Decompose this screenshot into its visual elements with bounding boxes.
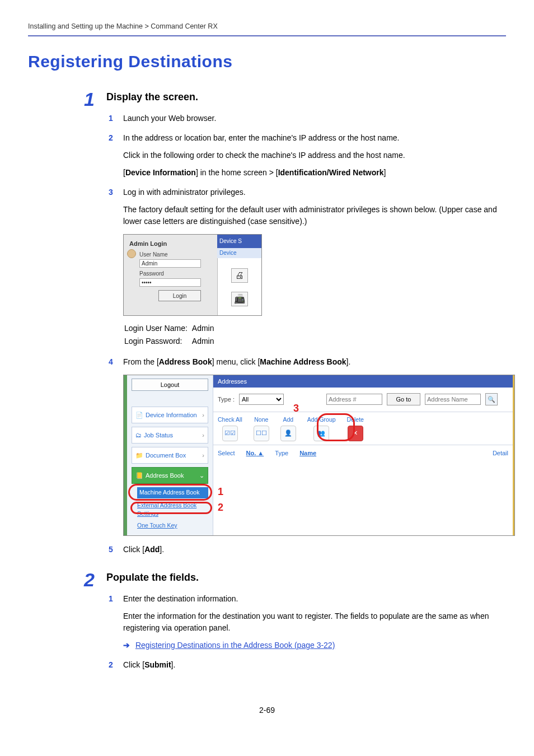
nav-document-box[interactable]: 📁 Document Box ›	[132, 447, 208, 464]
section-1-title: Display the screen.	[106, 90, 506, 105]
none-icon: ☐☐	[254, 426, 269, 441]
password-label: Password	[139, 269, 214, 278]
step-num: 2	[109, 132, 113, 144]
col-detail: Detail	[493, 449, 508, 458]
t: Click [	[123, 545, 144, 554]
cred-user-val: Admin	[192, 323, 218, 334]
cred-user-lbl: Login User Name:	[124, 323, 191, 334]
step-num: 3	[109, 186, 113, 198]
login-screenshot: Admin Login User Name Admin Password •••…	[123, 234, 262, 316]
credentials-table: Login User Name: Admin Login Password: A…	[123, 321, 219, 348]
step-1-3: 3 Log in with administrator privileges. …	[109, 186, 506, 348]
step-1-4: 4 From the [Address Book] menu, click [M…	[109, 356, 506, 536]
t: Add	[144, 545, 160, 554]
divider-top	[28, 35, 506, 36]
step-num: 5	[109, 544, 113, 556]
lbl: Check All	[218, 416, 242, 424]
user-icon	[127, 249, 136, 258]
admin-login-title: Admin Login	[127, 238, 214, 250]
right-band	[513, 375, 514, 535]
address-number-input[interactable]	[326, 394, 382, 405]
lbl: None	[254, 416, 269, 424]
step-1-1-text: Launch your Web browser.	[123, 114, 216, 123]
go-to-button[interactable]: Go to	[387, 393, 420, 405]
scanner-icon: 📠	[231, 292, 248, 306]
callout-num-1: 1	[218, 484, 223, 500]
t: From the [	[123, 357, 159, 366]
user-name-label: User Name	[139, 250, 214, 259]
chevron-right-icon: ›	[202, 431, 204, 440]
t: Device Information	[125, 168, 196, 177]
t: Click [	[123, 660, 144, 669]
t: ].	[160, 545, 164, 554]
nav-label: Document Box	[146, 451, 186, 460]
step-2-2: 2 Click [Submit].	[109, 659, 506, 671]
step-1-5: 5 Click [Add].	[109, 544, 506, 556]
chevron-down-icon: ⌄	[199, 471, 204, 480]
nav-address-book[interactable]: 📒 Address Book ⌄	[132, 467, 208, 484]
breadcrumb: Installing and Setting up the Machine > …	[28, 21, 506, 32]
step-2-1-sub: Enter the information for the destinatio…	[123, 610, 506, 634]
col-no[interactable]: No. ▲	[246, 449, 264, 458]
tool-none[interactable]: None ☐☐	[254, 416, 269, 441]
search-icon[interactable]: 🔍	[485, 393, 498, 405]
cred-pass-lbl: Login Password:	[124, 335, 191, 347]
step-1-5-text: Click [Add].	[123, 545, 164, 554]
t: ] menu, click [	[212, 357, 260, 366]
step-1-2: 2 In the address or location bar, enter …	[109, 132, 506, 179]
t: Address Book	[159, 357, 212, 366]
step-2-1: 1 Enter the destination information. Ent…	[109, 593, 506, 651]
password-field[interactable]: •••••	[139, 278, 201, 287]
cred-pass-val: Admin	[192, 335, 218, 347]
tool-check-all[interactable]: Check All ☑☑	[218, 416, 242, 441]
step-1-3-sub: The factory default setting for the defa…	[123, 204, 506, 227]
t: ]	[384, 168, 386, 177]
callout-ring-1	[128, 484, 212, 501]
page-number: 2-69	[28, 704, 506, 716]
col-type: Type	[275, 449, 288, 458]
toolbar: Check All ☑☑ None ☐☐ Add 👤	[213, 412, 513, 445]
login-button[interactable]: Login	[158, 290, 201, 301]
address-name-input[interactable]	[425, 394, 481, 405]
nav-job-status[interactable]: 🗂 Job Status ›	[132, 427, 208, 444]
section-2: 2 Populate the fields.	[106, 570, 506, 585]
step-2-1-ref: ➔ Registering Destinations in the Addres…	[123, 640, 506, 651]
step-num: 2	[109, 659, 113, 671]
add-icon: 👤	[280, 426, 296, 441]
nav-device-information[interactable]: 📄 Device Information ›	[132, 407, 208, 423]
step-num: 4	[109, 356, 113, 368]
reference-link[interactable]: Registering Destinations in the Address …	[135, 641, 335, 650]
lbl: Add	[280, 416, 296, 424]
main-panel: Addresses Type : All Go to 🔍	[213, 375, 513, 535]
step-1-3-text: Log in with administrator privileges.	[123, 188, 246, 197]
step-num: 1	[109, 593, 113, 605]
type-select[interactable]: All	[239, 394, 284, 405]
tool-add[interactable]: Add 👤	[280, 416, 296, 441]
user-name-field[interactable]: Admin	[139, 259, 201, 268]
callout-ring-2	[130, 502, 212, 514]
arrow-right-icon: ➔	[123, 641, 130, 650]
step-1-4-text: From the [Address Book] menu, click [Mac…	[123, 357, 350, 366]
chevron-right-icon: ›	[202, 410, 204, 420]
chevron-right-icon: ›	[202, 451, 204, 460]
step-2-2-text: Click [Submit].	[123, 660, 175, 669]
step-1-2-sub2: [Device Information] in the home screen …	[123, 167, 506, 179]
logout-button[interactable]: Logout	[132, 379, 208, 391]
sub-one-touch-key[interactable]: One Touch Key	[137, 521, 208, 530]
callout-num-3: 3	[293, 401, 299, 416]
col-name[interactable]: Name	[299, 449, 316, 458]
step-2-1-text: Enter the destination information.	[123, 594, 238, 603]
step-1-1: 1 Launch your Web browser.	[109, 113, 506, 124]
type-label: Type :	[218, 395, 235, 404]
filter-bar: Type : All Go to 🔍	[213, 388, 513, 412]
section-1: 1 Display the screen.	[106, 90, 506, 105]
address-book-screenshot: Logout 📄 Device Information › 🗂 Job Stat…	[123, 375, 515, 536]
section-2-number: 2	[84, 566, 95, 594]
printer-icon: 🖨	[231, 268, 248, 283]
step-1-2-sub1: Click in the following order to check th…	[123, 150, 506, 161]
step-num: 1	[109, 113, 113, 124]
t: Identification/Wired Network	[278, 168, 384, 177]
t: Machine Address Book	[260, 357, 346, 366]
callout-ring-3	[317, 413, 355, 441]
device-status-strip: Device S	[217, 235, 261, 248]
